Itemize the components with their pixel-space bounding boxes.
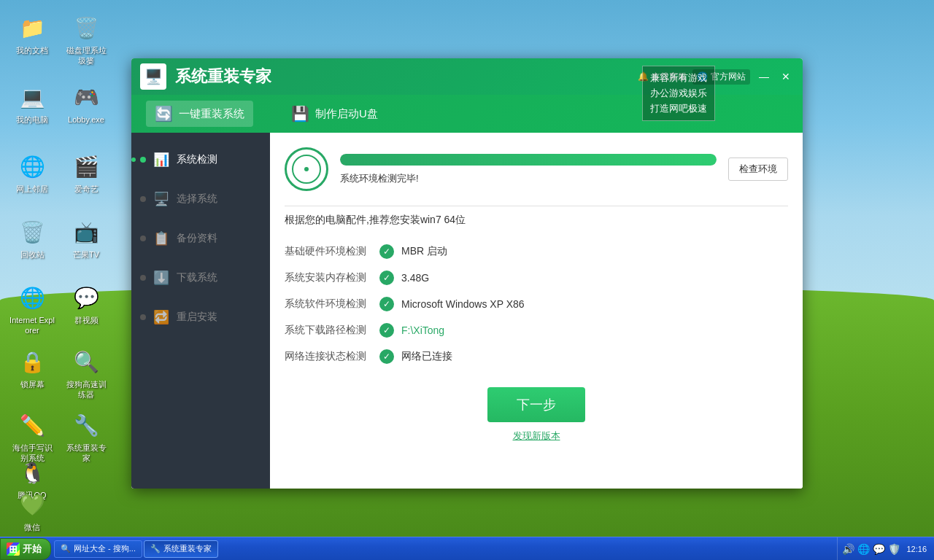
check-env-button[interactable]: 检查环境 [728, 158, 788, 181]
sidebar-dot-select [140, 196, 146, 202]
progress-fill [340, 154, 717, 166]
my-docs-icon: 📁 [18, 13, 47, 42]
sidebar-item-check[interactable]: 📊 系统检测 [131, 140, 270, 179]
tray-message-icon[interactable]: 💬 [873, 543, 885, 555]
lobby-icon: 🎮 [72, 82, 101, 112]
detection-memory: 系统安装内存检测 ✓ 3.48G [285, 265, 788, 291]
tab-usb[interactable]: 💾 制作启动U盘 [282, 101, 387, 127]
restart-sidebar-icon: 🔁 [153, 309, 169, 325]
tray-network-icon[interactable]: 🌐 [857, 543, 870, 555]
sidebar-check-label: 系统检测 [177, 153, 217, 166]
icon-sogou-toolbar[interactable]: 🔍 搜狗高速训练器 [60, 341, 112, 406]
app-title: 系统重装专家 [175, 66, 638, 88]
progress-bar-container: 系统环境检测完毕! [340, 154, 717, 185]
discover-new-version-link[interactable]: 发现新版本 [285, 429, 788, 443]
sidebar-dot-backup [140, 236, 146, 241]
online-neighbors-icon: 🌐 [18, 152, 47, 181]
iqiyi-icon: 🎬 [72, 152, 101, 181]
icon-reinstall-desktop[interactable]: 🔧 系统重装专家 [60, 405, 112, 470]
desktop: 📁 我的文档 🗑️ 磁盘理系垃圾篓 💻 我的电脑 🎮 Lobby.exe 🌐 网… [0, 0, 934, 560]
icon-my-docs[interactable]: 📁 我的文档 [6, 7, 58, 61]
minimize-button[interactable]: — [756, 69, 772, 85]
start-button[interactable]: ⊞ 开始 [0, 538, 51, 560]
sidebar-item-backup[interactable]: 📋 备份资料 [131, 219, 270, 258]
ad-banner: 兼容所有游戏 办公游戏娱乐 打造网吧极速 [642, 66, 715, 121]
icon-lobby[interactable]: 🎮 Lobby.exe [60, 77, 112, 131]
start-label: 开始 [23, 542, 42, 556]
icon-mgtv[interactable]: 📺 芒果TV [60, 211, 112, 265]
tray-security-icon[interactable]: 🛡️ [888, 543, 900, 555]
icon-online-neighbors[interactable]: 🌐 网上邻居 [6, 146, 58, 200]
title-bar: 🖥️ 系统重装专家 兼容所有游戏 办公游戏娱乐 打造网吧极速 🔔 在线客服 🌐 … [131, 58, 803, 95]
reinstall-tab-icon: 🔄 [155, 105, 173, 122]
icon-my-computer[interactable]: 💻 我的电脑 [6, 77, 58, 131]
select-sidebar-icon: 🖥️ [153, 191, 169, 207]
path-check-icon: ✓ [379, 323, 394, 338]
ie-icon: 🌐 [18, 283, 47, 312]
detection-network: 网络连接状态检测 ✓ 网络已连接 [285, 343, 788, 370]
sidebar-item-download[interactable]: ⬇️ 下载系统 [131, 258, 270, 298]
icon-sogou-toolbar-label: 搜狗高速训练器 [63, 379, 109, 400]
close-button[interactable]: ✕ [778, 69, 794, 85]
qq-groups-icon: 💬 [72, 283, 101, 312]
icon-qq-groups[interactable]: 💬 群视频 [60, 277, 112, 331]
icon-my-docs-label: 我的文档 [16, 45, 48, 55]
memory-label: 系统安装内存检测 [285, 271, 372, 284]
software-value: Microsoft Windows XP X86 [401, 298, 525, 310]
website-label: 官方网站 [711, 71, 746, 83]
path-label: 系统下载路径检测 [285, 324, 372, 337]
sidebar-item-select[interactable]: 🖥️ 选择系统 [131, 179, 270, 219]
progress-section: 系统环境检测完毕! 检查环境 [285, 147, 788, 191]
tray-volume-icon[interactable]: 🔊 [842, 543, 854, 555]
check-sidebar-icon: 📊 [153, 152, 169, 168]
usb-tab-label: 制作启动U盘 [315, 107, 378, 121]
sidebar-dot-download [140, 275, 146, 281]
content-area: 📊 系统检测 🖥️ 选择系统 📋 备份资料 ⬇️ 下载系统 [131, 133, 803, 489]
icon-iqiyi-label: 爱奇艺 [74, 184, 99, 194]
icon-recycle-bin[interactable]: 🗑️ 回收站 [6, 211, 58, 265]
sidebar-download-label: 下载系统 [177, 271, 217, 284]
icon-recycle-manager[interactable]: 🗑️ 磁盘理系垃圾篓 [60, 7, 112, 72]
icon-mgtv-label: 芒果TV [73, 249, 99, 260]
icon-recycle-manager-label: 磁盘理系垃圾篓 [63, 45, 109, 66]
sogou-taskbar-label: 网址大全 - 搜狗... [74, 543, 136, 554]
lock-screen-icon: 🔒 [18, 347, 47, 376]
taskbar: ⊞ 开始 🔍 网址大全 - 搜狗... 🔧 系统重装专家 🔊 🌐 💬 🛡️ 12… [0, 537, 934, 560]
recycle-manager-icon: 🗑️ [72, 13, 101, 42]
icon-qq-groups-label: 群视频 [74, 315, 99, 325]
windows-logo-icon: ⊞ [7, 542, 20, 556]
ad-line-3: 打造网吧极速 [650, 101, 707, 117]
taskbar-sogou[interactable]: 🔍 网址大全 - 搜狗... [54, 540, 142, 558]
icon-lock-screen[interactable]: 🔒 锁屏幕 [6, 341, 58, 395]
hardware-check-icon: ✓ [379, 244, 394, 259]
sidebar-restart-label: 重启安装 [177, 311, 217, 324]
next-step-button[interactable]: 下一步 [487, 387, 585, 422]
radar-inner [292, 155, 321, 184]
icon-ie[interactable]: 🌐 Internet Explorer [6, 277, 58, 342]
wechat-icon: 💚 [18, 490, 47, 519]
sidebar-backup-label: 备份资料 [177, 232, 217, 245]
sidebar: 📊 系统检测 🖥️ 选择系统 📋 备份资料 ⬇️ 下载系统 [131, 133, 270, 489]
software-check-icon: ✓ [379, 297, 394, 311]
usb-tab-icon: 💾 [291, 105, 309, 122]
sidebar-item-restart-install[interactable]: 🔁 重启安装 [131, 298, 270, 337]
progress-status-text: 系统环境检测完毕! [340, 173, 419, 184]
sogou-taskbar-icon: 🔍 [61, 544, 71, 553]
detection-hardware: 基础硬件环境检测 ✓ MBR 启动 [285, 238, 788, 265]
icon-wechat[interactable]: 💚 微信 [6, 484, 58, 538]
tab-reinstall[interactable]: 🔄 一键重装系统 [146, 101, 253, 127]
sogou-toolbar-icon: 🔍 [72, 347, 101, 376]
divider-1 [285, 206, 788, 206]
icon-lock-screen-label: 锁屏幕 [20, 379, 45, 389]
icon-iqiyi[interactable]: 🎬 爱奇艺 [60, 146, 112, 200]
network-value: 网络已连接 [401, 350, 452, 363]
taskbar-items: 🔍 网址大全 - 搜狗... 🔧 系统重装专家 [51, 540, 837, 558]
handwriting-icon: ✏️ [18, 411, 47, 440]
icon-ie-label: Internet Explorer [9, 315, 55, 336]
reinstall-tab-label: 一键重装系统 [179, 107, 244, 121]
tencent-qq-icon: 🐧 [18, 458, 47, 487]
taskbar-reinstall[interactable]: 🔧 系统重装专家 [144, 540, 218, 558]
taskbar-tray: 🔊 🌐 💬 🛡️ 12:16 [837, 537, 934, 560]
icon-recycle-bin-label: 回收站 [20, 249, 45, 260]
path-value[interactable]: F:\XiTong [401, 324, 444, 336]
